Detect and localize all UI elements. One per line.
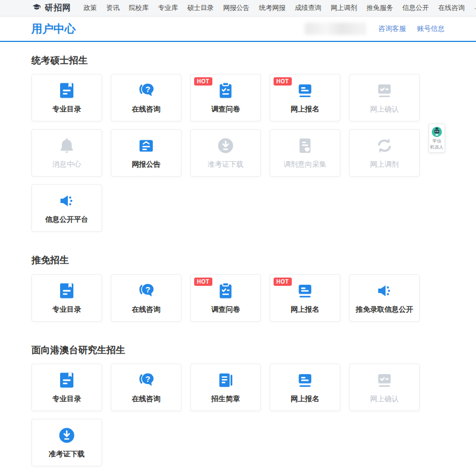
- catalog-icon: [57, 81, 76, 100]
- feature-card-label: 调查问卷: [211, 104, 240, 114]
- feature-card[interactable]: 专业目录: [31, 274, 102, 322]
- feature-card-label: 推免录取信息公开: [356, 305, 413, 315]
- feature-card[interactable]: 专业目录: [31, 74, 102, 121]
- confirm-icon: [375, 371, 394, 390]
- robot-helper-label: 学信 机器人: [430, 139, 444, 151]
- feature-card[interactable]: HOT网上报名: [270, 74, 340, 121]
- nav-menu: 政策资讯院校库专业库硕士目录网报公告统考网报成绩查询网上调剂推免服务信息公开在线…: [79, 3, 476, 13]
- chat-icon: ?: [137, 81, 156, 100]
- nav-item[interactable]: 信息公开: [398, 3, 434, 13]
- nav-item[interactable]: 专业库: [153, 3, 183, 13]
- feature-card-label: 调剂意向采集: [284, 159, 327, 169]
- feature-card: 网上调剂: [349, 129, 420, 177]
- feature-card-label: 专业目录: [52, 394, 81, 404]
- header-link[interactable]: 咨询客服: [378, 24, 406, 34]
- refresh-icon: [375, 136, 394, 155]
- nav-item[interactable]: 推免服务: [362, 3, 398, 13]
- nav-more[interactable]: ···: [469, 4, 476, 12]
- robot-helper-widget[interactable]: 学信 机器人: [429, 124, 445, 153]
- feature-card: 网上确认: [349, 364, 420, 411]
- svg-text:?: ?: [146, 85, 151, 94]
- feature-card[interactable]: 专业目录: [31, 364, 102, 411]
- bell-icon: [57, 136, 76, 155]
- hot-badge: HOT: [194, 278, 212, 286]
- feature-card[interactable]: ?在线咨询: [111, 364, 181, 411]
- graduation-cap-icon: [31, 3, 42, 13]
- feature-card[interactable]: 网上报名: [270, 364, 340, 411]
- feature-card-label: 网上确认: [370, 104, 399, 114]
- nav-item[interactable]: 在线咨询: [434, 3, 469, 13]
- nav-item[interactable]: 统考网报: [254, 3, 290, 13]
- feature-card-label: 在线咨询: [132, 305, 161, 315]
- survey-icon: [216, 281, 235, 300]
- nav-item[interactable]: 成绩查询: [290, 3, 326, 13]
- feature-card-label: 网上报名: [291, 394, 319, 404]
- robot-avatar-icon: [431, 126, 442, 137]
- guide-icon: [216, 371, 235, 390]
- nav-item[interactable]: 资讯: [101, 3, 124, 13]
- feature-card[interactable]: ?在线咨询: [111, 74, 181, 121]
- site-logo[interactable]: 研招网: [31, 3, 71, 13]
- section: 统考硕士招生专业目录?在线咨询HOT调查问卷HOT网上报名网上确认消息中心网报公…: [31, 55, 445, 232]
- catalog-icon: [57, 281, 76, 300]
- feature-card[interactable]: 推免录取信息公开: [349, 274, 420, 322]
- card-grid: 专业目录?在线咨询招生简章网上报名网上确认准考证下载: [31, 364, 421, 466]
- card-grid: 专业目录?在线咨询HOT调查问卷HOT网上报名网上确认消息中心网报公告准考证下载…: [31, 74, 421, 232]
- nav-item[interactable]: 政策: [79, 3, 101, 13]
- top-navbar: 研招网 政策资讯院校库专业库硕士目录网报公告统考网报成绩查询网上调剂推免服务信息…: [0, 0, 476, 17]
- main-content: 统考硕士招生专业目录?在线咨询HOT调查问卷HOT网上报名网上确认消息中心网报公…: [0, 55, 476, 466]
- collect-icon: [296, 136, 314, 155]
- feature-card-label: 网报公告: [132, 159, 161, 169]
- speaker-icon: [375, 281, 394, 300]
- header-links: 咨询客服账号信息: [378, 24, 445, 34]
- catalog-icon: [57, 371, 76, 390]
- svg-text:?: ?: [146, 375, 151, 384]
- chat-icon: ?: [137, 371, 156, 390]
- feature-card-label: 准考证下载: [208, 159, 244, 169]
- feature-card[interactable]: HOT调查问卷: [190, 274, 261, 322]
- chat-icon: ?: [137, 281, 156, 300]
- feature-card: 调剂意向采集: [270, 129, 340, 177]
- nav-item[interactable]: 硕士目录: [183, 3, 218, 13]
- feature-card-label: 在线咨询: [132, 394, 161, 404]
- hot-badge: HOT: [274, 77, 292, 86]
- feature-card: 消息中心: [31, 129, 102, 177]
- survey-icon: [216, 81, 235, 100]
- feature-card-label: 网上报名: [291, 104, 319, 114]
- site-logo-text: 研招网: [45, 3, 71, 13]
- nav-item[interactable]: 网上调剂: [326, 3, 362, 13]
- download-icon: [216, 136, 235, 155]
- feature-card-label: 消息中心: [52, 159, 81, 169]
- section: 推免招生专业目录?在线咨询HOT调查问卷HOT网上报名推免录取信息公开: [31, 255, 445, 321]
- feature-card[interactable]: 准考证下载: [31, 419, 102, 466]
- feature-card[interactable]: ?在线咨询: [111, 274, 181, 322]
- speaker-icon: [57, 191, 76, 210]
- feature-card[interactable]: 信息公开平台: [31, 184, 102, 232]
- signup-icon: [296, 371, 314, 390]
- card-grid: 专业目录?在线咨询HOT调查问卷HOT网上报名推免录取信息公开: [31, 274, 421, 322]
- nav-item[interactable]: 网报公告: [218, 3, 254, 13]
- feature-card[interactable]: HOT调查问卷: [190, 74, 261, 121]
- feature-card[interactable]: 招生简章: [190, 364, 261, 411]
- header-right: 咨询客服账号信息: [304, 23, 445, 35]
- section-title: 统考硕士招生: [31, 55, 445, 66]
- signup-icon: [296, 81, 314, 100]
- section-title: 推免招生: [31, 255, 445, 266]
- feature-card-label: 专业目录: [52, 104, 81, 114]
- username-redacted: [304, 23, 366, 35]
- header-link[interactable]: 账号信息: [417, 24, 445, 34]
- feature-card[interactable]: 网报公告: [111, 129, 181, 177]
- nav-item[interactable]: 院校库: [124, 3, 153, 13]
- feature-card-label: 专业目录: [52, 305, 81, 315]
- feature-card-label: 网上确认: [370, 394, 399, 404]
- svg-text:?: ?: [146, 285, 151, 294]
- hot-badge: HOT: [274, 278, 292, 286]
- feature-card-label: 在线咨询: [132, 104, 161, 114]
- page-header: 用户中心 咨询客服账号信息: [0, 17, 476, 42]
- feature-card-label: 网上调剂: [370, 159, 399, 169]
- signup-icon: [296, 281, 314, 300]
- notice-icon: [137, 136, 156, 155]
- feature-card: 准考证下载: [190, 129, 261, 177]
- feature-card[interactable]: HOT网上报名: [270, 274, 340, 322]
- section: 面向港澳台研究生招生专业目录?在线咨询招生简章网上报名网上确认准考证下载: [31, 345, 445, 466]
